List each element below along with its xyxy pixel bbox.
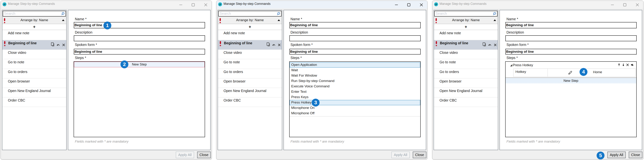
svg-text:(6: (6 [219,3,221,6]
svg-text:(6: (6 [4,3,6,6]
svg-text:(6: (6 [435,3,437,6]
